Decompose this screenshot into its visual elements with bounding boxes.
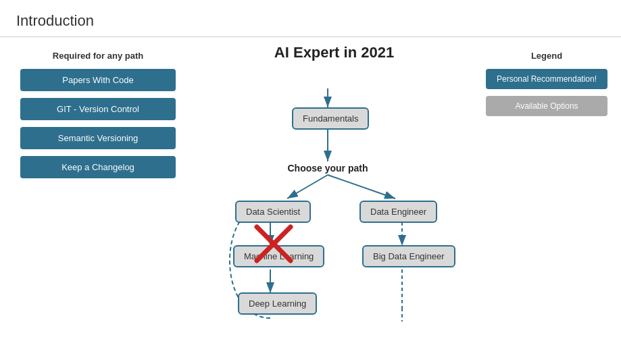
- legend-personal-recommendation: Personal Recommendation!: [486, 69, 607, 89]
- page-title: Introduction: [0, 0, 621, 37]
- papers-with-code-button[interactable]: Papers With Code: [20, 69, 176, 91]
- right-panel: Legend Personal Recommendation! Availabl…: [472, 37, 621, 361]
- legend-available-options: Available Options: [486, 96, 607, 116]
- fundamentals-node: Fundamentals: [292, 107, 369, 130]
- data-scientist-node: Data Scientist: [235, 201, 311, 223]
- flowchart: Fundamentals Choose your path Data Scien…: [196, 68, 472, 359]
- deep-learning-node: Deep Learning: [238, 292, 317, 315]
- x-mark-icon: [253, 224, 294, 264]
- center-panel: AI Expert in 2021: [196, 37, 472, 361]
- svg-line-4: [287, 175, 328, 199]
- main-title: AI Expert in 2021: [196, 44, 472, 61]
- data-engineer-node: Data Engineer: [359, 201, 437, 223]
- choose-path-label: Choose your path: [284, 163, 372, 174]
- left-panel: Required for any path Papers With Code G…: [0, 37, 196, 361]
- big-data-engineer-node: Big Data Engineer: [362, 245, 455, 267]
- git-version-control-button[interactable]: GIT - Version Control: [20, 98, 176, 120]
- semantic-versioning-button[interactable]: Semantic Versioning: [20, 127, 176, 149]
- keep-changelog-button[interactable]: Keep a Changelog: [20, 156, 176, 178]
- required-section-title: Required for any path: [20, 51, 176, 61]
- legend-title: Legend: [486, 51, 607, 61]
- svg-line-5: [328, 175, 395, 199]
